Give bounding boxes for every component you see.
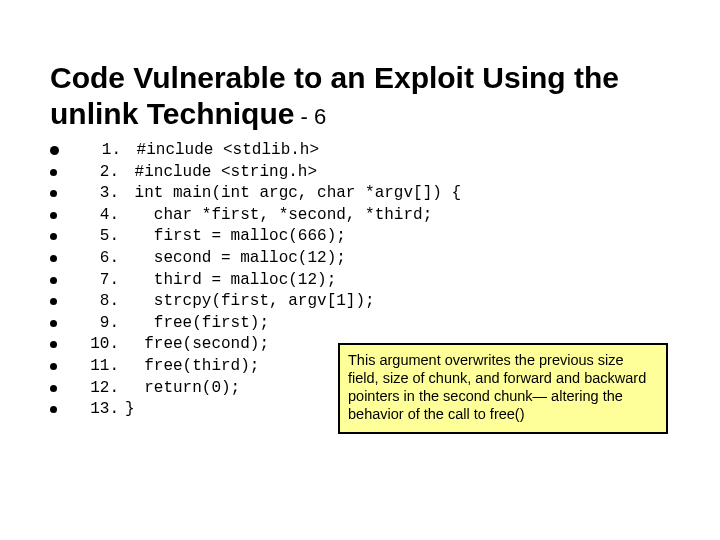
code-text: free(first); — [125, 313, 269, 335]
line-number: 2. — [81, 162, 119, 184]
code-line: 7. third = malloc(12); — [50, 270, 670, 292]
callout-box: This argument overwrites the previous si… — [338, 343, 668, 434]
bullet-icon — [50, 190, 57, 197]
code-line: 4. char *first, *second, *third; — [50, 205, 670, 227]
code-text: #include <stdlib.h> — [127, 140, 319, 162]
line-number: 11. — [81, 356, 119, 378]
title-suffix: - 6 — [294, 104, 326, 129]
bullet-icon — [50, 320, 57, 327]
code-line: 1. #include <stdlib.h> — [50, 140, 670, 162]
line-number: 5. — [81, 226, 119, 248]
line-number: 9. — [81, 313, 119, 335]
code-text: int main(int argc, char *argv[]) { — [125, 183, 461, 205]
code-text: third = malloc(12); — [125, 270, 336, 292]
callout-text: This argument overwrites the previous si… — [348, 352, 646, 422]
code-text: } — [125, 399, 135, 421]
bullet-icon — [50, 406, 57, 413]
code-text: first = malloc(666); — [125, 226, 346, 248]
bullet-icon — [50, 363, 57, 370]
code-text: char *first, *second, *third; — [125, 205, 432, 227]
bullet-icon — [50, 146, 59, 155]
bullet-icon — [50, 212, 57, 219]
bullet-icon — [50, 277, 57, 284]
line-number: 8. — [81, 291, 119, 313]
code-text: return(0); — [125, 378, 240, 400]
code-line: 8. strcpy(first, argv[1]); — [50, 291, 670, 313]
bullet-icon — [50, 255, 57, 262]
line-number: 1. — [83, 140, 121, 162]
code-line: 3. int main(int argc, char *argv[]) { — [50, 183, 670, 205]
bullet-icon — [50, 233, 57, 240]
code-line: 6. second = malloc(12); — [50, 248, 670, 270]
code-text: free(second); — [125, 334, 269, 356]
line-number: 10. — [81, 334, 119, 356]
slide-title: Code Vulnerable to an Exploit Using the … — [50, 60, 670, 132]
code-line: 2. #include <string.h> — [50, 162, 670, 184]
code-text: second = malloc(12); — [125, 248, 346, 270]
code-line: 9. free(first); — [50, 313, 670, 335]
code-line: 5. first = malloc(666); — [50, 226, 670, 248]
line-number: 4. — [81, 205, 119, 227]
line-number: 7. — [81, 270, 119, 292]
line-number: 3. — [81, 183, 119, 205]
code-text: strcpy(first, argv[1]); — [125, 291, 375, 313]
line-number: 6. — [81, 248, 119, 270]
bullet-icon — [50, 341, 57, 348]
title-main: Code Vulnerable to an Exploit Using the … — [50, 61, 619, 130]
bullet-icon — [50, 298, 57, 305]
bullet-icon — [50, 385, 57, 392]
line-number: 12. — [81, 378, 119, 400]
line-number: 13. — [81, 399, 119, 421]
code-text: #include <string.h> — [125, 162, 317, 184]
bullet-icon — [50, 169, 57, 176]
code-text: free(third); — [125, 356, 259, 378]
